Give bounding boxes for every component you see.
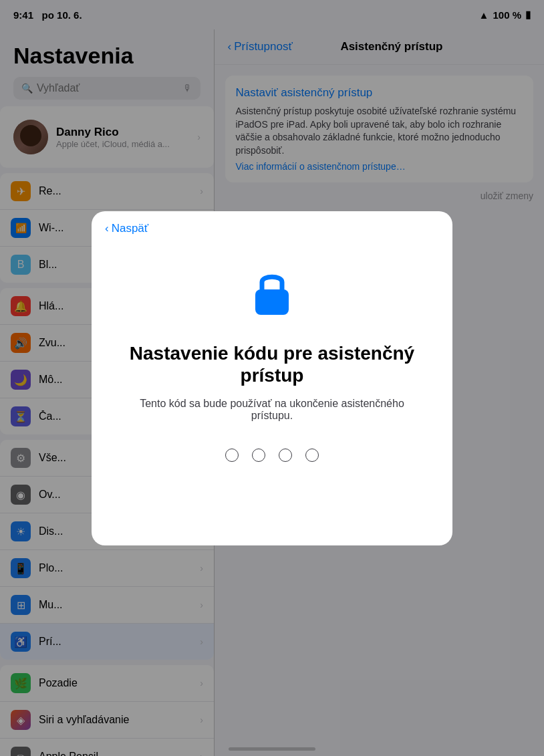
lock-icon-container xyxy=(249,266,295,322)
pin-dot-2 xyxy=(252,449,265,462)
svg-rect-0 xyxy=(255,289,289,315)
modal-title: Nastavenie kódu pre asistenčný prístup xyxy=(118,342,426,387)
pin-dots-container xyxy=(225,449,319,462)
pin-dot-4 xyxy=(305,449,319,462)
modal-back-button[interactable]: ‹ Naspäť xyxy=(105,222,148,235)
back-chevron-icon: ‹ xyxy=(105,222,109,235)
modal-back-label: Naspäť xyxy=(112,222,149,235)
modal-nav: ‹ Naspäť xyxy=(92,211,452,246)
modal-body: Nastavenie kódu pre asistenčný prístup T… xyxy=(92,246,452,502)
pin-dot-1 xyxy=(225,449,239,462)
modal-dialog: ‹ Naspäť Nastavenie kódu pre asistenčný … xyxy=(92,211,452,545)
lock-icon xyxy=(249,266,295,320)
pin-dot-3 xyxy=(279,449,292,462)
modal-overlay: ‹ Naspäť Nastavenie kódu pre asistenčný … xyxy=(0,0,544,756)
modal-subtitle: Tento kód sa bude používať na ukončenie … xyxy=(118,398,426,422)
